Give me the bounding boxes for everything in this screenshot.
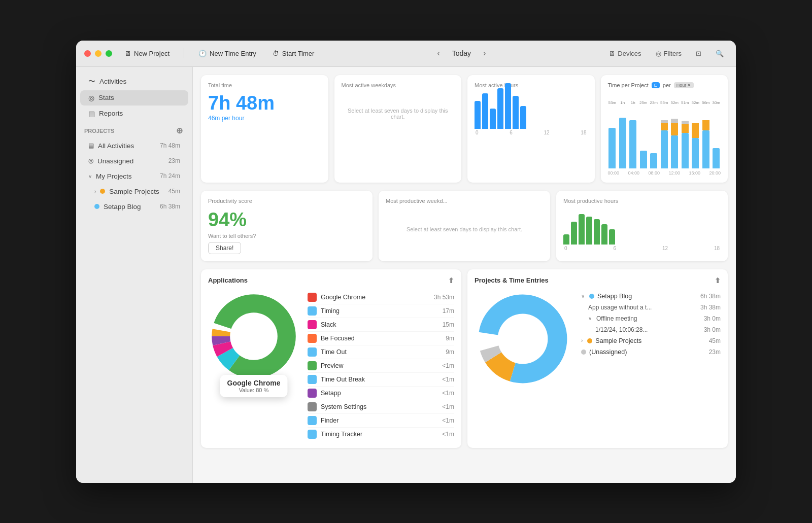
setapp-blog-label: Setapp Blog — [104, 203, 141, 211]
productive-hour-bar — [579, 214, 585, 245]
total-time-label: Total time — [208, 82, 321, 88]
app-time: <1m — [442, 417, 454, 424]
active-hours-chart — [475, 93, 588, 129]
app-name: Setapp — [321, 390, 438, 397]
project-list-item[interactable]: ›Sample Projects45m — [579, 335, 721, 346]
main-layout: 〜 Activities ◎ Stats ▤ Reports Projects … — [76, 67, 736, 483]
fullscreen-button[interactable] — [106, 50, 112, 57]
project-name: Offline meeting — [596, 315, 701, 322]
app-list-item[interactable]: Preview<1m — [308, 359, 454, 373]
layout-button[interactable]: ⊡ — [692, 48, 705, 59]
hour-badge[interactable]: Hour ✕ — [674, 82, 694, 88]
sidebar-item-unassigned[interactable]: ◎ Unassigned 23m — [80, 154, 188, 168]
project-chevron: ∨ — [581, 293, 585, 299]
project-list-item[interactable]: 1/12/24, 10:06:28...3h 0m — [579, 324, 721, 335]
time-per-project-chart: 53m1h1h25m23m55m52m51m52m56m30m — [608, 92, 721, 168]
app-name: Finder — [321, 417, 438, 424]
stats-grid: Total time 7h 48m 46m per hour Most acti… — [201, 75, 728, 183]
project-name: Setapp Blog — [597, 293, 697, 300]
app-name: Time Out — [321, 348, 442, 356]
start-timer-button[interactable]: ⏱ Start Timer — [268, 48, 319, 59]
next-button[interactable]: › — [479, 47, 490, 60]
project-donut-svg — [475, 291, 571, 387]
sidebar-item-setapp-blog[interactable]: Setapp Blog 6h 38m — [80, 199, 188, 214]
time-bar-group: 52m — [691, 108, 700, 168]
project-list-item[interactable]: ∨Setapp Blog6h 38m — [579, 291, 721, 302]
project-name: 1/12/24, 10:06:28... — [595, 326, 701, 333]
sidebar-item-sample-projects[interactable]: › Sample Projects 45m — [80, 184, 188, 199]
new-time-entry-button[interactable]: 🕐 New Time Entry — [194, 48, 260, 59]
app-list-item[interactable]: Timing17m — [308, 304, 454, 318]
time-per-project-label: Time per Project — [608, 82, 649, 88]
project-name: Sample Projects — [595, 337, 705, 344]
app-time: <1m — [442, 376, 454, 383]
productive-hour-bar — [609, 229, 615, 245]
app-icon — [308, 375, 317, 384]
app-list-item[interactable]: System Settings<1m — [308, 400, 454, 414]
sidebar-item-activities[interactable]: 〜 Activities — [80, 74, 188, 90]
app-list-item[interactable]: Timing Tracker<1m — [308, 428, 454, 441]
sample-chevron: › — [94, 189, 96, 194]
project-time: 45m — [709, 337, 721, 344]
time-bar-group: 55m — [660, 108, 669, 168]
add-project-button[interactable]: ⊕ — [174, 126, 184, 136]
share-button[interactable]: Share! — [208, 242, 241, 254]
new-project-button[interactable]: 🖥 New Project — [120, 48, 174, 59]
bottom-section: Applications ⬆ — [201, 269, 728, 448]
timer-icon: ⏱ — [273, 50, 279, 57]
time-bar-group: 30m — [712, 108, 721, 168]
productivity-score: 94% — [208, 209, 365, 231]
project-color-dot — [581, 350, 586, 355]
app-list-item[interactable]: Finder<1m — [308, 414, 454, 428]
app-list-item[interactable]: Setapp<1m — [308, 387, 454, 400]
app-icon — [308, 361, 317, 370]
project-name: App usage without a t... — [588, 304, 697, 311]
productivity-card: Productivity score 94% Want to tell othe… — [201, 191, 373, 261]
app-list-item[interactable]: Google Chrome3h 53m — [308, 291, 454, 304]
app-icon — [308, 402, 317, 411]
sidebar-item-all-activities[interactable]: ▤ All Activities 7h 48m — [80, 138, 188, 153]
app-list-item[interactable]: Time Out9m — [308, 345, 454, 359]
my-projects-chevron: ∨ — [88, 173, 92, 179]
project-list-item[interactable]: App usage without a t...3h 38m — [579, 302, 721, 313]
search-button[interactable]: 🔍 — [712, 48, 728, 59]
sidebar-item-stats[interactable]: ◎ Stats — [80, 90, 188, 106]
app-list-item[interactable]: Be Focused9m — [308, 332, 454, 345]
per-hour-value: 46m — [208, 115, 220, 122]
svg-point-9 — [498, 313, 548, 364]
time-bar-group: 52m — [670, 108, 680, 168]
projects-time-title: Projects & Time Entries ⬆ — [475, 276, 721, 285]
traffic-lights — [84, 50, 112, 57]
unassigned-icon: ◎ — [88, 157, 93, 164]
minimize-button[interactable] — [95, 50, 101, 57]
productive-hour-bar — [594, 219, 600, 245]
sample-projects-label: Sample Projects — [109, 188, 159, 195]
sidebar-item-my-projects[interactable]: ∨ My Projects 7h 24m — [80, 169, 188, 184]
project-donut-container — [475, 291, 571, 387]
app-name: Be Focused — [321, 335, 442, 342]
app-name: Time Out Break — [321, 376, 438, 383]
per-label: per — [663, 82, 671, 88]
projects-section-header: Projects ⊕ — [76, 122, 192, 138]
filters-button[interactable]: ◎ Filters — [652, 48, 686, 59]
export-projects-button[interactable]: ⬆ — [715, 276, 721, 285]
active-hour-bar — [490, 109, 496, 129]
export-applications-button[interactable]: ⬆ — [448, 276, 454, 285]
app-list-item[interactable]: Slack15m — [308, 318, 454, 332]
app-time: 9m — [446, 335, 454, 342]
productive-weekdays-label: Most productive weekd... — [386, 198, 543, 204]
project-list-item[interactable]: (Unassigned)23m — [579, 346, 721, 358]
prev-button[interactable]: ‹ — [433, 47, 444, 60]
app-list-item[interactable]: Time Out Break<1m — [308, 373, 454, 387]
devices-button[interactable]: 🖥 Devices — [604, 48, 645, 59]
project-list-item[interactable]: ∨Offline meeting3h 0m — [579, 313, 721, 324]
project-time: 23m — [709, 348, 721, 356]
content-area: Total time 7h 48m 46m per hour Most acti… — [193, 67, 736, 483]
weekdays-card: Most active weekdays Select at least sev… — [334, 75, 462, 183]
active-hours-label: Most active hours — [475, 82, 588, 88]
sidebar-item-reports[interactable]: ▤ Reports — [80, 106, 188, 121]
app-time: 17m — [443, 307, 454, 315]
reports-icon: ▤ — [88, 110, 95, 118]
setapp-color-dot — [94, 204, 99, 209]
close-button[interactable] — [84, 50, 91, 57]
